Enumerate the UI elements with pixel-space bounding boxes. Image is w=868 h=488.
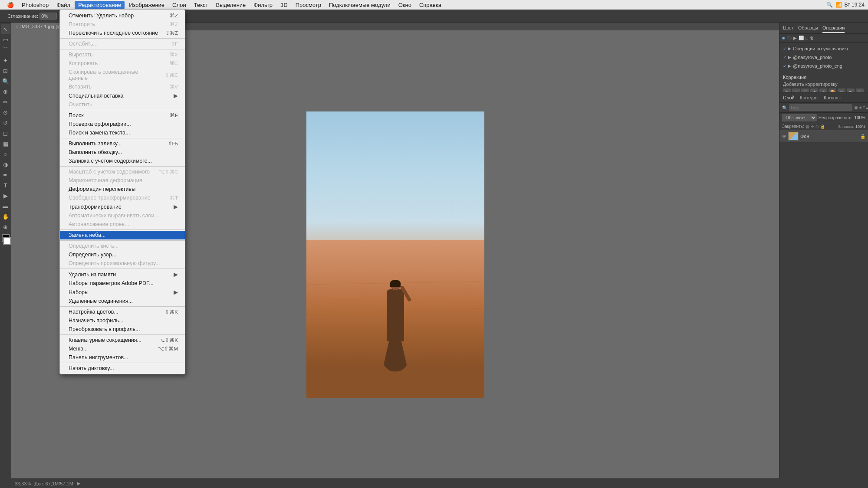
stop-btn[interactable]: ■ — [782, 36, 785, 40]
pen-tool[interactable]: ✒ — [1, 170, 10, 180]
menu-menus[interactable]: Меню... ⌥⇧⌘M — [60, 344, 185, 353]
menu-transform[interactable]: Трансформирование ▶ — [60, 202, 185, 211]
menu-cut[interactable]: Вырезать ⌘X — [60, 50, 185, 59]
layer-search-input[interactable] — [789, 104, 852, 111]
menu-copy-merged[interactable]: Скопировать совмещенные данные ⇧⌘C — [60, 68, 185, 82]
menu-search[interactable]: Поиск ⌘F — [60, 111, 185, 120]
gradient-tool[interactable]: ▦ — [1, 139, 10, 148]
menu-fill[interactable]: Выполнить заливку... ⇧F5 — [60, 139, 185, 148]
tab-layers[interactable]: Слой — [783, 95, 795, 100]
blending-input[interactable] — [39, 13, 57, 20]
menu-remote-connections[interactable]: Удаленные соединения... — [60, 297, 185, 305]
lock-all-icon[interactable]: 🔒 — [820, 124, 825, 129]
menu-paste[interactable]: Вставить ⌘V — [60, 82, 185, 91]
menu-auto-blend[interactable]: Автоналожение слоев... — [60, 220, 185, 229]
operation-nasyrova-eng[interactable]: ✓ ▶ @nasyrova_photo_eng — [779, 62, 868, 70]
menu-purge[interactable]: Удалить из памяти ▶ — [60, 270, 185, 279]
filter-menu-item[interactable]: Фильтр — [250, 1, 276, 9]
new-action-btn[interactable]: □ — [806, 36, 808, 40]
menu-toolbar[interactable]: Панель инструментов... — [60, 353, 185, 362]
plugins-menu-item[interactable]: Подключаемые модули — [326, 1, 394, 9]
image-menu-item[interactable]: Изображение — [125, 1, 168, 9]
window-menu-item[interactable]: Окно — [395, 1, 415, 9]
filter-pixel-icon[interactable]: ▣ — [854, 105, 858, 110]
blur-tool[interactable]: ○ — [1, 149, 10, 159]
menu-presets[interactable]: Наборы ▶ — [60, 288, 185, 297]
3d-menu-item[interactable]: 3D — [277, 1, 291, 9]
layer-menu-item[interactable]: Слои — [169, 1, 190, 9]
menu-spellcheck[interactable]: Проверка орфографии... — [60, 120, 185, 128]
menu-toggle-state[interactable]: Переключить последнее состояние ⇧⌘Z — [60, 29, 185, 37]
healing-brush-tool[interactable]: ⊕ — [1, 87, 10, 96]
menu-pdf-presets[interactable]: Наборы параметров Adobe PDF... — [60, 279, 185, 288]
magic-wand-tool[interactable]: ✦ — [1, 56, 10, 65]
history-brush-tool[interactable]: ↺ — [1, 118, 10, 128]
menu-dictation[interactable]: Начать диктовку... — [60, 364, 185, 373]
move-tool[interactable]: ↖ — [1, 24, 10, 34]
menu-keyboard-shortcuts[interactable]: Клавиатурные сокращения... ⌥⇧⌘K — [60, 336, 185, 344]
search-icon[interactable]: 🔍 — [826, 2, 833, 8]
filter-text-icon[interactable]: T — [863, 105, 865, 110]
selection-tool[interactable]: ▭ — [1, 35, 10, 44]
help-menu-item[interactable]: Справка — [416, 1, 445, 9]
filter-shape-icon[interactable]: ▬ — [866, 105, 868, 110]
play-btn[interactable]: ▶ — [793, 36, 797, 40]
hand-tool[interactable]: ✋ — [1, 212, 10, 221]
operation-default[interactable]: ✓ ▶ Операции по умолчанию — [779, 44, 868, 53]
text-tool[interactable]: T — [1, 180, 10, 190]
tab-channels[interactable]: Каналы — [824, 95, 841, 100]
lock-artboard-icon[interactable]: ⬡ — [815, 124, 819, 129]
lock-position-icon[interactable]: ✛ — [811, 124, 814, 129]
menu-perspective-warp[interactable]: Деформация перспективы — [60, 185, 185, 193]
shape-tool[interactable]: ▬ — [1, 201, 10, 211]
menu-copy[interactable]: Копировать ⌘C — [60, 59, 185, 68]
crop-tool[interactable]: ⊡ — [1, 66, 10, 75]
blend-mode-select[interactable]: Обычные — [782, 114, 817, 121]
menu-clear[interactable]: Очистить — [60, 100, 185, 109]
background-color[interactable] — [3, 237, 11, 245]
view-menu-item[interactable]: Просмотр — [292, 1, 325, 9]
new-set-btn[interactable]: ⬜ — [799, 36, 804, 40]
eyedropper-tool[interactable]: 🔍 — [1, 76, 10, 86]
text-menu-item[interactable]: Текст — [191, 1, 212, 9]
menu-redo[interactable]: Повторить ⌘Z — [60, 20, 185, 29]
tab-operations[interactable]: Операции — [822, 23, 845, 33]
photoshop-menu-item[interactable]: Photoshop — [18, 1, 52, 9]
tab-color[interactable]: Цвет — [783, 23, 794, 33]
tab-swatches[interactable]: Образцы — [798, 23, 818, 33]
menu-free-transform[interactable]: Свободное трансформирование ⌘T — [60, 193, 185, 202]
file-menu-item[interactable]: Файл — [53, 1, 74, 9]
tab-paths[interactable]: Контуры — [800, 95, 819, 100]
menu-define-pattern[interactable]: Определить узор... — [60, 250, 185, 259]
menu-stroke[interactable]: Выполнить обводку... — [60, 148, 185, 157]
layer-row-background[interactable]: 👁 Фон 🔒 — [779, 130, 868, 143]
zoom-tool[interactable]: ⊕ — [1, 222, 10, 232]
record-btn[interactable]: ⚫ — [786, 36, 792, 40]
apple-menu-item[interactable]: 🍎 — [3, 1, 17, 9]
menu-fade[interactable]: Ослабить... ⇧F — [60, 39, 185, 48]
eraser-tool[interactable]: ◻ — [1, 128, 10, 138]
menu-define-shape[interactable]: Определить произвольную фигуру... — [60, 259, 185, 268]
path-selection-tool[interactable]: ▶ — [1, 191, 10, 200]
menu-find-replace[interactable]: Поиск и замена текста... — [60, 128, 185, 137]
menu-content-scale[interactable]: Масштаб с учетом содержимого ⌥⇧⌘C — [60, 167, 185, 176]
menu-undo[interactable]: Отменить: Удалить набор ⌘Z — [60, 11, 185, 20]
stamp-tool[interactable]: ⊙ — [1, 108, 10, 117]
menu-puppet-warp[interactable]: Марионеточная деформация — [60, 176, 185, 185]
status-arrow[interactable]: ▶ — [77, 481, 80, 486]
operation-nasyrova[interactable]: ✓ ▶ @nasyrova_photo — [779, 53, 868, 62]
close-icon[interactable]: × — [16, 24, 18, 29]
dodge-tool[interactable]: ◑ — [1, 160, 10, 169]
menu-content-fill[interactable]: Заливка с учетом содержимого... — [60, 157, 185, 165]
menu-auto-align[interactable]: Автоматически выравнивать слои... — [60, 211, 185, 220]
lock-checkerboard-icon[interactable]: ▦ — [806, 124, 809, 129]
edit-menu-item[interactable]: Редактирование — [75, 1, 125, 9]
menu-assign-profile[interactable]: Назначить профиль... — [60, 316, 185, 325]
select-menu-item[interactable]: Выделение — [212, 1, 249, 9]
menu-paste-special[interactable]: Специальная вставка ▶ — [60, 91, 185, 100]
lasso-tool[interactable]: ⌒ — [1, 45, 10, 55]
menu-define-brush[interactable]: Определить кисть... — [60, 242, 185, 250]
brush-tool[interactable]: ✏ — [1, 97, 10, 107]
menu-sky-replace[interactable]: Замена неба... — [60, 231, 185, 239]
menu-color-settings[interactable]: Настройка цветов... ⇧⌘K — [60, 308, 185, 316]
